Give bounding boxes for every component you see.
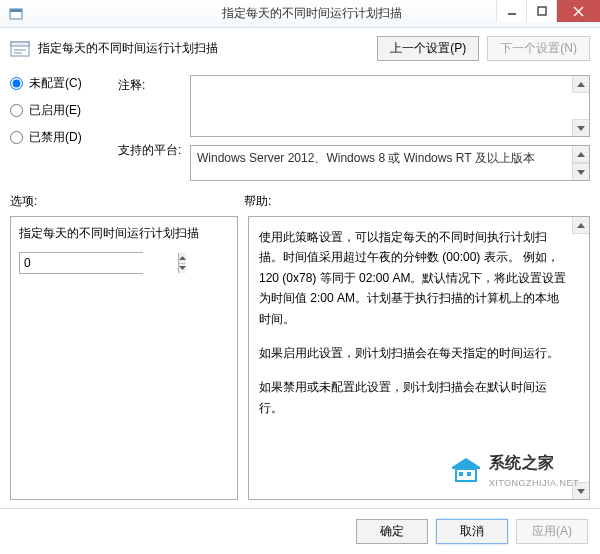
option-value-input[interactable] (20, 253, 178, 273)
scroll-down-button[interactable] (572, 119, 589, 136)
svg-rect-1 (10, 9, 22, 12)
config-state-radiogroup: 未配置(C) 已启用(E) 已禁用(D) (10, 75, 110, 181)
radio-enabled-input[interactable] (10, 104, 23, 117)
options-pane: 指定每天的不同时间运行计划扫描 (10, 216, 238, 500)
app-icon (8, 6, 24, 22)
previous-setting-button[interactable]: 上一个设置(P) (377, 36, 479, 61)
radio-disabled-label: 已禁用(D) (29, 129, 82, 146)
help-label: 帮助: (244, 193, 271, 210)
svg-marker-16 (577, 223, 585, 228)
svg-marker-14 (179, 256, 186, 260)
next-setting-button: 下一个设置(N) (487, 36, 590, 61)
svg-rect-20 (459, 472, 463, 476)
scroll-up-button[interactable] (572, 76, 589, 93)
platform-text: Windows Server 2012、Windows 8 或 Windows … (191, 146, 589, 180)
spin-up-button[interactable] (179, 253, 186, 264)
option-title: 指定每天的不同时间运行计划扫描 (19, 225, 229, 242)
header-label: 指定每天的不同时间运行计划扫描 (38, 40, 218, 57)
help-paragraph-3: 如果禁用或未配置此设置，则计划扫描会在默认时间运行。 (259, 377, 567, 418)
radio-disabled[interactable]: 已禁用(D) (10, 129, 110, 146)
maximize-button[interactable] (526, 0, 556, 22)
cancel-button[interactable]: 取消 (436, 519, 508, 544)
platform-label: 支持的平台: (118, 142, 182, 159)
svg-marker-10 (577, 82, 585, 87)
platform-box: Windows Server 2012、Windows 8 或 Windows … (190, 145, 590, 181)
svg-rect-21 (467, 472, 471, 476)
option-value-stepper[interactable] (19, 252, 143, 274)
platform-scroll-up[interactable] (572, 146, 589, 163)
policy-icon (10, 39, 30, 59)
svg-marker-15 (179, 266, 186, 270)
platform-scroll-down[interactable] (572, 163, 589, 180)
watermark-text-zh: 系统之家 (489, 449, 579, 476)
watermark-logo-icon (449, 456, 483, 484)
help-paragraph-2: 如果启用此设置，则计划扫描会在每天指定的时间运行。 (259, 343, 567, 363)
radio-unconfigured-input[interactable] (10, 77, 23, 90)
svg-marker-18 (452, 458, 480, 469)
close-button[interactable] (556, 0, 600, 22)
svg-rect-7 (11, 42, 29, 46)
radio-enabled[interactable]: 已启用(E) (10, 102, 110, 119)
radio-disabled-input[interactable] (10, 131, 23, 144)
titlebar: 指定每天的不同时间运行计划扫描 (0, 0, 600, 28)
comment-field-wrap (190, 75, 590, 137)
options-label: 选项: (10, 193, 244, 210)
comment-field[interactable] (191, 76, 589, 136)
help-pane: 使用此策略设置，可以指定每天的不同时间执行计划扫描。时间值采用超过午夜的分钟数 … (248, 216, 590, 500)
svg-marker-13 (577, 170, 585, 175)
radio-unconfigured-label: 未配置(C) (29, 75, 82, 92)
header-row: 指定每天的不同时间运行计划扫描 上一个设置(P) 下一个设置(N) (10, 36, 590, 61)
comment-label: 注释: (118, 77, 182, 94)
watermark: 系统之家 XITONGZHIJIA.NET (449, 449, 579, 491)
svg-rect-3 (538, 7, 546, 15)
help-scroll-up[interactable] (572, 217, 589, 234)
watermark-text-en: XITONGZHIJIA.NET (489, 476, 579, 491)
svg-marker-12 (577, 152, 585, 157)
apply-button: 应用(A) (516, 519, 588, 544)
spin-down-button[interactable] (179, 264, 186, 274)
footer: 确定 取消 应用(A) (0, 508, 600, 554)
svg-marker-11 (577, 126, 585, 131)
help-paragraph-1: 使用此策略设置，可以指定每天的不同时间执行计划扫描。时间值采用超过午夜的分钟数 … (259, 227, 567, 329)
radio-enabled-label: 已启用(E) (29, 102, 81, 119)
minimize-button[interactable] (496, 0, 526, 22)
ok-button[interactable]: 确定 (356, 519, 428, 544)
radio-unconfigured[interactable]: 未配置(C) (10, 75, 110, 92)
